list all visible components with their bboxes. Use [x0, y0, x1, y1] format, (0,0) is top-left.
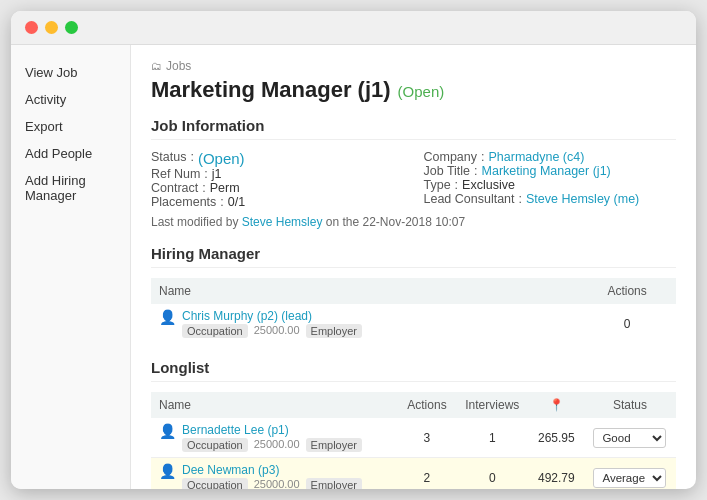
hm-person-info: Chris Murphy (p2) (lead) Occupation 2500… [182, 309, 362, 338]
lead-consultant-label: Lead Consultant [424, 192, 515, 206]
table-row: 👤 Chris Murphy (p2) (lead) Occupation 25… [151, 304, 676, 343]
company-value[interactable]: Pharmadyne (c4) [488, 150, 584, 164]
hm-person-name[interactable]: Chris Murphy (p2) (lead) [182, 309, 362, 323]
type-row: Type : Exclusive [424, 178, 677, 192]
ll-occupation-tag-1: Occupation [182, 438, 248, 452]
refnum-value: j1 [212, 167, 222, 181]
type-label: Type [424, 178, 451, 192]
ll-occupation-tag-2: Occupation [182, 478, 248, 489]
hiring-manager-title: Hiring Manager [151, 245, 676, 268]
hiring-manager-table: Name Actions 👤 Chris Murphy (p2) (lead) [151, 278, 676, 343]
hm-employer-tag: Employer [306, 324, 362, 338]
sidebar-item-add-people[interactable]: Add People [11, 140, 130, 167]
minimize-button[interactable] [45, 21, 58, 34]
job-info-right: Company : Pharmadyne (c4) Job Title : Ma… [424, 150, 677, 209]
ll-person-details-2: Occupation 25000.00 Employer [182, 478, 362, 489]
hm-salary: 25000.00 [254, 324, 300, 338]
ll-person-name-2[interactable]: Dee Newman (p3) [182, 463, 362, 477]
hm-person-details: Occupation 25000.00 Employer [182, 324, 362, 338]
hiring-manager-section: Hiring Manager Name Actions 👤 [151, 245, 676, 343]
ll-col-interviews: Interviews [456, 392, 529, 418]
last-modified-suffix: on the 22-Nov-2018 10:07 [326, 215, 465, 229]
jobs-icon: 🗂 [151, 60, 162, 72]
ll-pin-2: 492.79 [529, 458, 584, 490]
title-bar [11, 11, 696, 45]
ll-employer-tag-1: Employer [306, 438, 362, 452]
hm-person-cell: 👤 Chris Murphy (p2) (lead) Occupation 25… [151, 304, 578, 343]
ll-person-info-2: Dee Newman (p3) Occupation 25000.00 Empl… [182, 463, 362, 489]
ll-interviews-2: 0 [456, 458, 529, 490]
table-row: 👤 Bernadette Lee (p1) Occupation 25000.0… [151, 418, 676, 458]
company-row: Company : Pharmadyne (c4) [424, 150, 677, 164]
ll-status-select-1[interactable]: Good Average Poor [593, 428, 666, 448]
last-modified: Last modified by Steve Hemsley on the 22… [151, 215, 676, 229]
sidebar: View Job Activity Export Add People Add … [11, 45, 131, 489]
refnum-label: Ref Num [151, 167, 200, 181]
sidebar-item-export[interactable]: Export [11, 113, 130, 140]
contract-label: Contract [151, 181, 198, 195]
content-area: View Job Activity Export Add People Add … [11, 45, 696, 489]
lead-consultant-value[interactable]: Steve Hemsley (me) [526, 192, 639, 206]
ll-person-details-1: Occupation 25000.00 Employer [182, 438, 362, 452]
page-status-badge: (Open) [398, 83, 445, 100]
person-icon: 👤 [159, 309, 176, 325]
longlist-header-row: Name Actions Interviews 📍 Status [151, 392, 676, 418]
main-content: 🗂 Jobs Marketing Manager (j1) (Open) Job… [131, 45, 696, 489]
status-label: Status [151, 150, 186, 167]
ll-person-cell-1: 👤 Bernadette Lee (p1) Occupation 25000.0… [151, 418, 398, 458]
hm-actions-cell: 0 [578, 304, 676, 343]
person-icon: 👤 [159, 463, 176, 479]
ll-interviews-1: 1 [456, 418, 529, 458]
longlist-section: Longlist Name Actions Interviews 📍 Statu… [151, 359, 676, 489]
ll-status-select-2[interactable]: Good Average Poor [593, 468, 666, 488]
maximize-button[interactable] [65, 21, 78, 34]
ll-pin-1: 265.95 [529, 418, 584, 458]
contract-row: Contract : Perm [151, 181, 404, 195]
person-icon: 👤 [159, 423, 176, 439]
ll-col-name: Name [151, 392, 398, 418]
ll-col-status: Status [584, 392, 676, 418]
hm-occupation-tag: Occupation [182, 324, 248, 338]
company-label: Company [424, 150, 478, 164]
ll-salary-2: 25000.00 [254, 478, 300, 489]
status-row: Status : (Open) [151, 150, 404, 167]
ll-status-cell-1[interactable]: Good Average Poor [584, 418, 676, 458]
job-info-section: Job Information Status : (Open) Ref Num … [151, 117, 676, 229]
page-title-main: Marketing Manager (j1) [151, 77, 391, 103]
hiring-manager-header-row: Name Actions [151, 278, 676, 304]
ll-employer-tag-2: Employer [306, 478, 362, 489]
sidebar-item-view-job[interactable]: View Job [11, 59, 130, 86]
page-title: Marketing Manager (j1) (Open) [151, 77, 676, 103]
sidebar-item-add-hiring-manager[interactable]: Add Hiring Manager [11, 167, 130, 209]
hm-col-name: Name [151, 278, 578, 304]
breadcrumb: 🗂 Jobs [151, 59, 676, 73]
longlist-table: Name Actions Interviews 📍 Status 👤 [151, 392, 676, 489]
table-row: 👤 Dee Newman (p3) Occupation 25000.00 Em… [151, 458, 676, 490]
contract-value: Perm [210, 181, 240, 195]
placements-row: Placements : 0/1 [151, 195, 404, 209]
ll-person-cell-2: 👤 Dee Newman (p3) Occupation 25000.00 Em… [151, 458, 398, 490]
job-info-left: Status : (Open) Ref Num : j1 Contract : [151, 150, 404, 209]
placements-value: 0/1 [228, 195, 245, 209]
type-value: Exclusive [462, 178, 515, 192]
placements-label: Placements [151, 195, 216, 209]
job-info-grid: Status : (Open) Ref Num : j1 Contract : [151, 150, 676, 209]
jobtitle-row: Job Title : Marketing Manager (j1) [424, 164, 677, 178]
longlist-title: Longlist [151, 359, 676, 382]
jobtitle-label: Job Title [424, 164, 471, 178]
ll-status-cell-2[interactable]: Good Average Poor [584, 458, 676, 490]
ll-person-name-1[interactable]: Bernadette Lee (p1) [182, 423, 362, 437]
last-modified-prefix: Last modified by [151, 215, 238, 229]
ll-actions-1: 3 [398, 418, 456, 458]
lead-consultant-row: Lead Consultant : Steve Hemsley (me) [424, 192, 677, 206]
jobtitle-value[interactable]: Marketing Manager (j1) [482, 164, 611, 178]
sidebar-item-activity[interactable]: Activity [11, 86, 130, 113]
status-value[interactable]: (Open) [198, 150, 245, 167]
ll-salary-1: 25000.00 [254, 438, 300, 452]
last-modified-person[interactable]: Steve Hemsley [242, 215, 323, 229]
main-window: View Job Activity Export Add People Add … [11, 11, 696, 489]
ll-person-info-1: Bernadette Lee (p1) Occupation 25000.00 … [182, 423, 362, 452]
ll-actions-2: 2 [398, 458, 456, 490]
close-button[interactable] [25, 21, 38, 34]
breadcrumb-label: Jobs [166, 59, 191, 73]
